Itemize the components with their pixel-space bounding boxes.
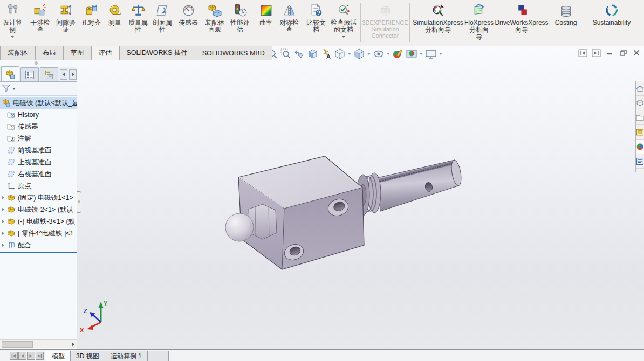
panel-splitter-handle[interactable] [77, 191, 81, 213]
tree-item-history[interactable]: History [0, 109, 77, 121]
tree-item-top-plane[interactable]: 上视基准面 [0, 156, 77, 168]
restore-icon[interactable] [618, 48, 628, 57]
view-palette-icon[interactable] [636, 125, 644, 140]
custom-properties-icon[interactable] [636, 154, 644, 169]
hide-show-items-dropdown[interactable] [385, 47, 391, 60]
tree-filter-bar[interactable] [0, 82, 77, 96]
scroll-right-arrow-icon[interactable] [72, 342, 74, 346]
ribbon-button-section-properties[interactable]: 剖面属 性 [150, 0, 175, 45]
apply-scene-icon[interactable] [405, 47, 418, 60]
expand-arrow-icon[interactable] [0, 220, 6, 223]
svg-text:Z: Z [84, 308, 87, 314]
expand-arrow-icon[interactable] [0, 208, 6, 211]
rollback-bar[interactable] [0, 252, 77, 253]
ribbon-button-compare-documents[interactable]: 比较文 档 [304, 0, 328, 45]
edit-appearance-icon[interactable] [391, 47, 405, 60]
ribbon-button-check-active-document[interactable]: 检查激活 的文档 [328, 0, 359, 45]
hide-show-items-icon[interactable] [372, 47, 385, 60]
assembly-visualization-icon [208, 3, 222, 18]
ribbon-button-performance-evaluation[interactable]: 性能评 估 [228, 0, 252, 45]
performance-evaluation-icon [233, 3, 248, 18]
assembly-icon [2, 99, 11, 107]
tab-3d-views[interactable]: 3D 视图 [70, 351, 105, 361]
view-settings-dropdown[interactable] [437, 47, 443, 60]
tree-item-part-4[interactable]: [ 零件4^电磁铁 ]<1 [0, 227, 77, 239]
previous-frame-icon[interactable] [18, 352, 26, 360]
dynamic-annotation-icon[interactable] [319, 47, 333, 60]
plane-icon [6, 170, 16, 178]
model-electromagnet-assembly[interactable]: Y Z X [77, 46, 644, 349]
ribbon-button-mass-properties[interactable]: 质量属 性 [126, 0, 150, 45]
tree-item-front-plane[interactable]: 前视基准面 [0, 144, 77, 156]
expand-arrow-icon[interactable] [0, 232, 6, 235]
last-frame-icon[interactable] [36, 352, 44, 360]
tree-item-part-1[interactable]: (固定) 电磁铁1<1> [0, 192, 77, 204]
minimize-icon[interactable] [605, 48, 614, 57]
scrollbar-thumb[interactable] [2, 341, 33, 348]
ribbon-button-floxpress[interactable]: FloXpress 分析向 导 [465, 0, 493, 45]
display-style-icon[interactable] [352, 47, 366, 60]
tab-solidworks-mbd[interactable]: SOLIDWORKS MBD [195, 46, 272, 60]
tree-item-part-2[interactable]: 电磁铁-2<1> (默认 [0, 204, 77, 216]
3dexperience-connector-icon [378, 3, 393, 18]
tab-sketch[interactable]: 草图 [63, 46, 92, 60]
tree-item-part-3[interactable]: (-) 电磁铁-3<1> (默 [0, 216, 77, 227]
tab-scroll-left-icon[interactable] [60, 69, 67, 80]
pane-previous-icon[interactable] [578, 48, 587, 57]
design-study-icon [5, 3, 20, 18]
previous-view-icon[interactable] [292, 47, 306, 60]
tab-layout[interactable]: 布局 [35, 46, 64, 60]
featuremanager-tab[interactable] [1, 66, 19, 81]
driveworksxpress-icon [515, 3, 529, 18]
display-style-dropdown[interactable] [366, 47, 372, 60]
tree-root-assembly[interactable]: 电磁铁 (默认<默认_显示 [0, 97, 77, 109]
symmetry-check-icon [282, 3, 297, 18]
ribbon-button-curvature[interactable]: 曲率 [255, 0, 277, 45]
ribbon-button-design-study[interactable]: 设计算 例 [0, 0, 25, 45]
propertymanager-tab[interactable] [20, 67, 39, 81]
tree-item-origin[interactable]: 原点 [0, 180, 77, 192]
tree-item-annotations[interactable]: 注解 [0, 133, 77, 144]
part-icon [6, 193, 16, 202]
tree-horizontal-scrollbar[interactable] [0, 339, 77, 348]
section-view-icon[interactable] [306, 47, 319, 60]
apply-scene-dropdown[interactable] [418, 47, 424, 60]
close-icon[interactable] [632, 48, 641, 57]
zoom-to-area-icon[interactable] [279, 47, 292, 60]
ribbon-button-sensor[interactable]: 传感器 [175, 0, 202, 45]
pane-next-icon[interactable] [591, 48, 601, 57]
ribbon-button-measure[interactable]: 测量 [104, 0, 126, 45]
panel-top-grip[interactable] [35, 61, 38, 65]
expand-arrow-icon[interactable] [0, 196, 6, 199]
tab-model[interactable]: 模型 [46, 351, 71, 361]
design-library-icon[interactable] [636, 96, 644, 110]
tab-evaluate[interactable]: 评估 [91, 46, 120, 60]
first-frame-icon[interactable] [10, 352, 18, 360]
tree-item-sensors[interactable]: 传感器 [0, 121, 77, 133]
ribbon-button-clearance-verification[interactable]: 间隙验 证 [53, 0, 79, 45]
view-settings-icon[interactable] [424, 47, 437, 60]
tree-item-right-plane[interactable]: 右视基准面 [0, 168, 77, 180]
ribbon-button-simulationxpress[interactable]: SimulationXpress 分析向导 [411, 0, 465, 45]
tab-solidworks-addins[interactable]: SOLIDWORKS 插件 [119, 46, 195, 60]
home-icon[interactable] [636, 81, 644, 96]
ribbon-button-sustainability[interactable]: Sustainability [586, 0, 638, 45]
next-frame-icon[interactable] [27, 352, 35, 360]
view-orientation-icon[interactable] [333, 47, 346, 60]
tree-item-mates[interactable]: 配合 [0, 239, 77, 251]
tab-scroll-right-icon[interactable] [69, 69, 77, 80]
file-explorer-icon[interactable] [636, 110, 644, 125]
ribbon-button-assembly-visualization[interactable]: 装配体 直观 [202, 0, 228, 45]
ribbon-button-interference-check[interactable]: 干涉检 查 [28, 0, 53, 45]
ribbon-button-costing[interactable]: Costing [552, 0, 579, 45]
configurationmanager-tab[interactable] [40, 67, 58, 81]
expand-arrow-icon[interactable] [0, 244, 6, 247]
appearances-scenes-icon[interactable] [636, 140, 644, 154]
view-orientation-dropdown[interactable] [346, 47, 352, 60]
ribbon-button-symmetry-check[interactable]: 对称检 查 [277, 0, 302, 45]
ribbon-button-driveworksxpress[interactable]: DriveWorksXpress 向导 [493, 0, 550, 45]
tab-assembly[interactable]: 装配体 [0, 46, 36, 60]
tab-motion-study-1[interactable]: 运动算例 1 [105, 351, 148, 361]
graphics-viewport[interactable]: Y Z X [77, 46, 644, 349]
ribbon-button-hole-alignment[interactable]: 孔对齐 [79, 0, 104, 45]
